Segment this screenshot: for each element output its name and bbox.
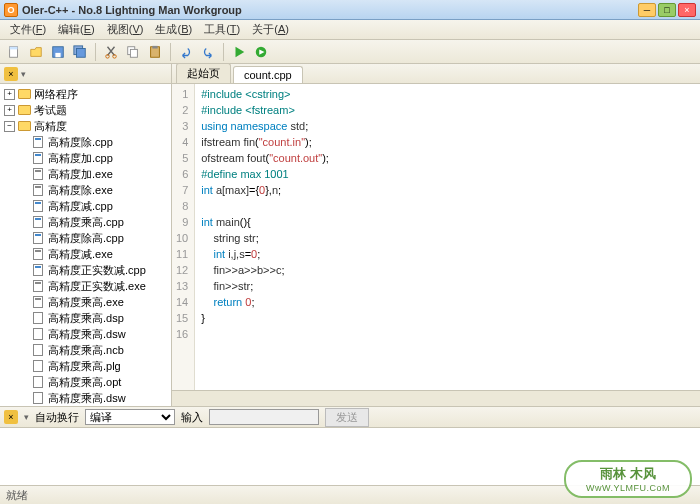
file-icon (33, 136, 43, 148)
tree-node[interactable]: 高精度除.cpp (0, 134, 171, 150)
build-run-button[interactable] (251, 42, 271, 62)
tree-node[interactable]: 高精度加.cpp (0, 150, 171, 166)
file-icon (33, 232, 43, 244)
menu-a[interactable]: 关于(A) (246, 20, 295, 39)
svg-marker-12 (236, 46, 245, 57)
menubar: 文件(F)编辑(E)视图(V)生成(B)工具(T)关于(A) (0, 20, 700, 40)
redo-button[interactable] (198, 42, 218, 62)
file-icon (33, 360, 43, 372)
tree-label: 高精度除高.cpp (48, 231, 124, 246)
app-icon: O (4, 3, 18, 17)
file-icon (33, 216, 43, 228)
send-button[interactable]: 发送 (325, 408, 369, 427)
menu-f[interactable]: 文件(F) (4, 20, 52, 39)
output-input-field[interactable] (209, 409, 319, 425)
tree-node[interactable]: +网络程序 (0, 86, 171, 102)
tree-label: 考试题 (34, 103, 67, 118)
menu-b[interactable]: 生成(B) (149, 20, 198, 39)
file-icon (33, 264, 43, 276)
watermark-text-1: 雨林 木风 (600, 465, 656, 483)
tree-label: 高精度乘高.dsw (48, 327, 126, 342)
tree-label: 高精度除.exe (48, 183, 113, 198)
window-titlebar: O OIer-C++ - No.8 Lightning Man Workgrou… (0, 0, 700, 20)
folder-icon (18, 121, 31, 131)
tree-node[interactable]: 高精度乘高.ncb (0, 342, 171, 358)
chevron-down-icon[interactable]: ▾ (24, 412, 29, 422)
menu-v[interactable]: 视图(V) (101, 20, 150, 39)
sidebar: × ▾ +网络程序+考试题−高精度高精度除.cpp高精度加.cpp高精度加.ex… (0, 64, 172, 406)
cut-button[interactable] (101, 42, 121, 62)
tree-node[interactable]: +考试题 (0, 102, 171, 118)
horizontal-scrollbar[interactable] (172, 390, 700, 406)
output-close-button[interactable]: × (4, 410, 18, 424)
tree-node[interactable]: 高精度乘高.plg (0, 358, 171, 374)
file-icon (33, 328, 43, 340)
run-button[interactable] (229, 42, 249, 62)
code-editor[interactable]: 12345678910111213141516 #include <cstrin… (172, 84, 700, 390)
chevron-down-icon[interactable]: ▾ (21, 69, 26, 79)
tree-node[interactable]: 高精度乘高.dsw (0, 326, 171, 342)
minimize-button[interactable]: ─ (638, 3, 656, 17)
tree-label: 高精度减.exe (48, 247, 113, 262)
tree-node[interactable]: 高精度加.exe (0, 166, 171, 182)
folder-icon (18, 105, 31, 115)
tree-label: 高精度乘高.exe (48, 295, 124, 310)
toolbar-main (0, 40, 700, 64)
tree-label: 高精度乘高.opt (48, 375, 121, 390)
editor-tab[interactable]: count.cpp (233, 66, 303, 83)
file-icon (33, 152, 43, 164)
file-icon (33, 296, 43, 308)
watermark-logo: 雨林 木风 WwW.YLMFU.CoM (564, 460, 692, 498)
tree-node[interactable]: 高精度正实数减.cpp (0, 262, 171, 278)
copy-button[interactable] (123, 42, 143, 62)
tree-toggle-icon[interactable]: + (4, 105, 15, 116)
file-icon (33, 376, 43, 388)
tree-toggle-icon[interactable]: − (4, 121, 15, 132)
editor-area: 起始页count.cpp 12345678910111213141516 #in… (172, 64, 700, 406)
tree-label: 高精度正实数减.exe (48, 279, 146, 294)
main-area: × ▾ +网络程序+考试题−高精度高精度除.cpp高精度加.cpp高精度加.ex… (0, 64, 700, 406)
sidebar-close-button[interactable]: × (4, 67, 18, 81)
file-tree[interactable]: +网络程序+考试题−高精度高精度除.cpp高精度加.cpp高精度加.exe高精度… (0, 84, 171, 406)
window-title: OIer-C++ - No.8 Lightning Man Workgroup (22, 4, 638, 16)
editor-tab[interactable]: 起始页 (176, 63, 231, 83)
file-icon (33, 392, 43, 404)
maximize-button[interactable]: □ (658, 3, 676, 17)
tree-label: 高精度加.cpp (48, 151, 113, 166)
tree-label: 网络程序 (34, 87, 78, 102)
tree-node[interactable]: 高精度乘高.cpp (0, 214, 171, 230)
close-button[interactable]: × (678, 3, 696, 17)
tree-node[interactable]: 高精度减.cpp (0, 198, 171, 214)
file-icon (33, 248, 43, 260)
paste-button[interactable] (145, 42, 165, 62)
open-file-button[interactable] (26, 42, 46, 62)
tree-node[interactable]: 高精度减.exe (0, 246, 171, 262)
tree-node[interactable]: 高精度乘高.exe (0, 294, 171, 310)
tree-label: 高精度乘高.cpp (48, 215, 124, 230)
svg-rect-5 (77, 48, 86, 57)
line-gutter: 12345678910111213141516 (172, 84, 195, 390)
autowrap-label[interactable]: 自动换行 (35, 410, 79, 425)
tree-toggle-icon[interactable]: + (4, 89, 15, 100)
tree-label: 高精度减.cpp (48, 199, 113, 214)
tree-node[interactable]: 高精度乘高.opt (0, 374, 171, 390)
save-button[interactable] (48, 42, 68, 62)
tree-node[interactable]: 高精度除高.cpp (0, 230, 171, 246)
file-icon (33, 344, 43, 356)
tree-label: 高精度除.cpp (48, 135, 113, 150)
svg-rect-11 (152, 45, 157, 48)
tree-node[interactable]: −高精度 (0, 118, 171, 134)
new-file-button[interactable] (4, 42, 24, 62)
file-icon (33, 312, 43, 324)
undo-button[interactable] (176, 42, 196, 62)
menu-e[interactable]: 编辑(E) (52, 20, 101, 39)
menu-t[interactable]: 工具(T) (198, 20, 246, 39)
save-all-button[interactable] (70, 42, 90, 62)
code-content[interactable]: #include <cstring>#include <fstream>usin… (195, 84, 700, 390)
tree-node[interactable]: 高精度乘高.dsw (0, 390, 171, 406)
tree-node[interactable]: 高精度除.exe (0, 182, 171, 198)
tree-node[interactable]: 高精度正实数减.exe (0, 278, 171, 294)
tree-label: 高精度乘高.dsp (48, 311, 124, 326)
output-mode-select[interactable]: 编译 (85, 409, 175, 425)
tree-node[interactable]: 高精度乘高.dsp (0, 310, 171, 326)
